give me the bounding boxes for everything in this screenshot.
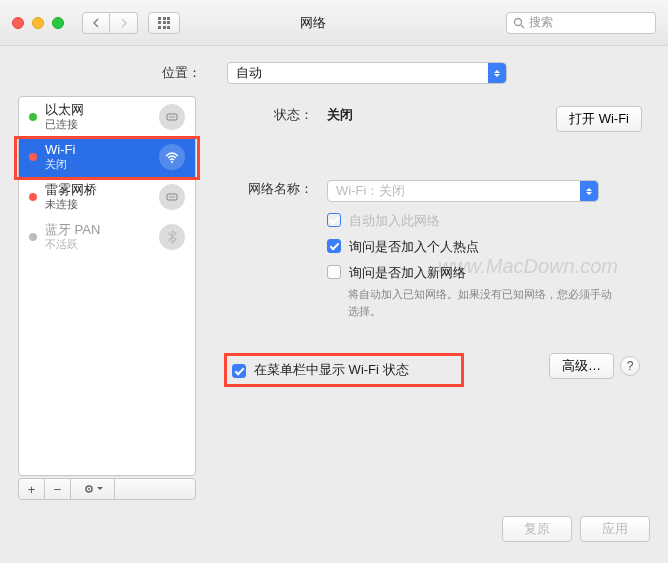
apply-button: 应用: [580, 516, 650, 542]
svg-point-8: [169, 196, 170, 197]
search-input[interactable]: 搜索: [506, 12, 656, 34]
close-icon[interactable]: [12, 17, 24, 29]
traffic-lights: [12, 17, 64, 29]
status-dot-icon: [29, 153, 37, 161]
svg-point-5: [173, 116, 174, 117]
chevron-left-icon: [92, 18, 100, 28]
show-in-menubar-label: 在菜单栏中显示 Wi-Fi 状态: [254, 361, 409, 379]
svg-point-9: [171, 196, 172, 197]
titlebar: 网络 搜索: [0, 0, 668, 46]
window-title: 网络: [120, 14, 506, 32]
svg-point-4: [171, 116, 172, 117]
preferences-window: 网络 搜索 位置： 自动 以太网 已连接: [0, 0, 668, 563]
sidebar-item-wifi[interactable]: Wi-Fi 关闭: [19, 137, 195, 177]
status-dot-icon: [29, 113, 37, 121]
svg-point-6: [171, 161, 173, 163]
auto-join-checkbox: [327, 213, 341, 227]
bluetooth-icon: [159, 224, 185, 250]
add-interface-button[interactable]: +: [19, 479, 45, 499]
interface-name: 蓝牙 PAN: [45, 222, 151, 238]
thunderbolt-icon: [159, 184, 185, 210]
status-dot-icon: [29, 233, 37, 241]
location-label: 位置：: [162, 64, 215, 82]
svg-point-10: [173, 196, 174, 197]
status-value: 关闭: [327, 107, 353, 122]
network-name-value: Wi-Fi：关闭: [336, 182, 405, 200]
interface-sidebar: 以太网 已连接 Wi-Fi 关闭: [18, 96, 196, 476]
network-name-select[interactable]: Wi-Fi：关闭: [327, 180, 599, 202]
sidebar-item-bluetooth-pan[interactable]: 蓝牙 PAN 不活跃: [19, 217, 195, 257]
sidebar-item-thunderbolt-bridge[interactable]: 雷雾网桥 未连接: [19, 177, 195, 217]
location-value: 自动: [236, 64, 262, 82]
interface-status: 已连接: [45, 117, 151, 132]
ask-new-network-label: 询问是否加入新网络: [349, 264, 466, 282]
show-in-menubar-checkbox[interactable]: [232, 364, 246, 378]
back-button[interactable]: [82, 12, 110, 34]
interface-status: 关闭: [45, 157, 151, 172]
interface-status: 未连接: [45, 197, 151, 212]
status-label: 状态：: [212, 106, 327, 124]
sidebar-footer: + −: [18, 478, 196, 500]
auto-join-label: 自动加入此网络: [349, 212, 440, 230]
gear-icon: [83, 483, 95, 495]
chevron-down-icon: [97, 487, 103, 491]
interface-name: 雷雾网桥: [45, 182, 151, 198]
ethernet-icon: [159, 104, 185, 130]
revert-button: 复原: [502, 516, 572, 542]
ask-hotspot-label: 询问是否加入个人热点: [349, 238, 479, 256]
interface-name: 以太网: [45, 102, 151, 118]
ask-hotspot-checkbox[interactable]: [327, 239, 341, 253]
remove-interface-button[interactable]: −: [45, 479, 71, 499]
interface-name: Wi-Fi: [45, 142, 151, 158]
svg-point-3: [169, 116, 170, 117]
svg-point-12: [88, 488, 90, 490]
interface-status: 不活跃: [45, 237, 151, 252]
wifi-icon: [159, 144, 185, 170]
chevron-up-down-icon: [488, 63, 506, 83]
ask-new-network-checkbox[interactable]: [327, 265, 341, 279]
sidebar-item-ethernet[interactable]: 以太网 已连接: [19, 97, 195, 137]
location-select[interactable]: 自动: [227, 62, 507, 84]
minimize-icon[interactable]: [32, 17, 44, 29]
ask-new-network-hint: 将自动加入已知网络。如果没有已知网络，您必须手动选择。: [212, 286, 650, 319]
chevron-up-down-icon: [580, 181, 598, 201]
content-area: 以太网 已连接 Wi-Fi 关闭: [0, 96, 668, 500]
sidebar-wrap: 以太网 已连接 Wi-Fi 关闭: [18, 96, 196, 500]
zoom-icon[interactable]: [52, 17, 64, 29]
actions-menu-button[interactable]: [71, 479, 115, 499]
search-icon: [513, 17, 525, 29]
search-placeholder: 搜索: [529, 14, 553, 31]
footer: 复原 应用: [0, 500, 668, 542]
location-row: 位置： 自动: [0, 46, 668, 96]
network-name-label: 网络名称：: [212, 180, 327, 202]
svg-point-0: [515, 18, 522, 25]
svg-line-1: [521, 25, 524, 28]
status-dot-icon: [29, 193, 37, 201]
main-panel: 状态： 关闭 打开 Wi-Fi 网络名称： Wi-Fi：关闭 自动加入此网络: [212, 96, 650, 500]
